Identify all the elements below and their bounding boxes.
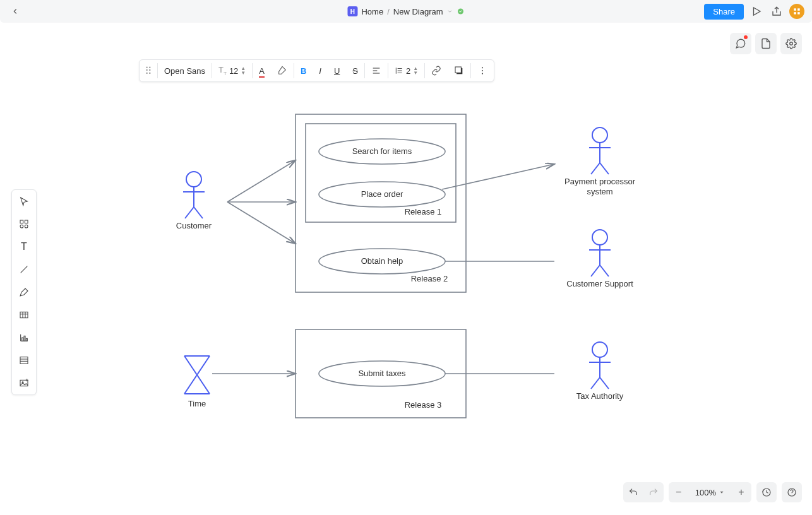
actor-customer[interactable] — [183, 172, 205, 218]
svg-line-53 — [600, 265, 609, 276]
chevron-down-icon — [719, 489, 725, 495]
actor-time[interactable] — [184, 356, 210, 394]
svg-line-52 — [591, 265, 600, 276]
svg-line-47 — [591, 163, 600, 174]
zoom-level[interactable]: 100% — [689, 488, 731, 497]
chevron-down-icon[interactable] — [447, 8, 453, 15]
release3-label: Release 3 — [405, 400, 442, 410]
breadcrumb-docname[interactable]: New Diagram — [393, 7, 443, 16]
avatar[interactable] — [789, 4, 804, 19]
svg-marker-1 — [754, 8, 761, 15]
actor-time-label: Time — [188, 399, 206, 408]
history-button[interactable] — [756, 482, 777, 502]
undo-button[interactable] — [623, 482, 643, 502]
svg-point-58 — [592, 342, 607, 357]
breadcrumb-home[interactable]: Home — [361, 7, 383, 16]
svg-rect-5 — [797, 12, 800, 15]
zoom-in-button[interactable]: + — [731, 482, 751, 502]
usecase-place-label: Place order — [361, 189, 403, 199]
zoom-value-label: 100% — [695, 488, 716, 497]
assoc-place-payment[interactable] — [442, 164, 554, 189]
assoc-customer-help[interactable] — [227, 202, 296, 244]
usecase-taxes-label: Submit taxes — [358, 369, 406, 378]
present-button[interactable] — [749, 4, 764, 19]
usecase-help-label: Obtain help — [361, 256, 403, 266]
actor-support[interactable] — [589, 230, 611, 276]
actor-support-label: Customer Support — [566, 279, 633, 288]
help-button[interactable] — [782, 482, 802, 502]
bottom-bar: − 100% + — [623, 482, 802, 502]
sync-status-icon — [457, 8, 465, 15]
svg-line-42 — [185, 207, 194, 218]
usecase-search-label: Search for items — [352, 146, 412, 156]
release1-label: Release 1 — [405, 207, 442, 216]
home-icon: H — [347, 6, 357, 16]
actor-payment[interactable] — [589, 127, 611, 174]
export-button[interactable] — [769, 4, 784, 19]
breadcrumb-separator: / — [387, 7, 390, 16]
zoom-out-button[interactable]: − — [669, 482, 689, 502]
actor-payment-label1: Payment processor — [564, 177, 636, 186]
back-button[interactable] — [8, 4, 23, 19]
svg-line-43 — [194, 207, 203, 218]
svg-line-61 — [591, 377, 600, 389]
actor-tax[interactable] — [589, 342, 611, 389]
release2-label: Release 2 — [411, 274, 448, 283]
svg-point-39 — [186, 172, 201, 187]
redo-button[interactable] — [643, 482, 664, 502]
topbar: H Home / New Diagram Share — [0, 0, 812, 23]
actor-tax-label: Tax Authority — [576, 391, 624, 401]
actor-customer-label: Customer — [176, 221, 212, 230]
svg-point-44 — [592, 127, 607, 143]
svg-marker-63 — [720, 492, 724, 494]
svg-rect-3 — [797, 8, 800, 11]
assoc-customer-search[interactable] — [227, 160, 296, 202]
actor-payment-label2: system — [587, 187, 612, 196]
svg-line-62 — [600, 377, 609, 389]
svg-rect-2 — [794, 8, 796, 11]
svg-rect-4 — [794, 12, 796, 15]
share-button[interactable]: Share — [704, 4, 744, 20]
breadcrumb: H Home / New Diagram — [347, 6, 464, 16]
svg-line-48 — [600, 163, 609, 174]
svg-point-49 — [592, 230, 607, 245]
canvas[interactable]: Release 1 Release 2 Search for items Pla… — [0, 23, 812, 515]
